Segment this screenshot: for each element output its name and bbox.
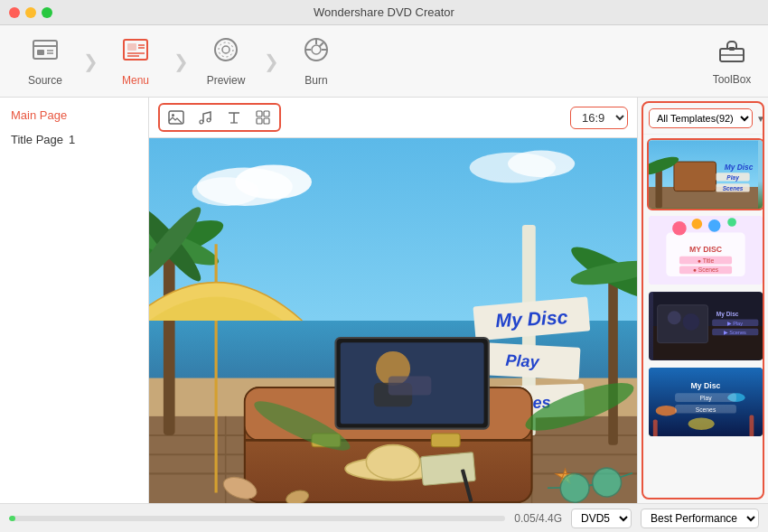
text-tool-button[interactable] bbox=[221, 107, 247, 128]
svg-point-37 bbox=[192, 177, 259, 206]
svg-point-124 bbox=[688, 417, 715, 430]
svg-text:Scenes: Scenes bbox=[723, 185, 744, 191]
aspect-ratio-select[interactable]: 16:9 4:3 bbox=[570, 107, 628, 129]
svg-point-13 bbox=[219, 42, 233, 57]
source-label: Source bbox=[28, 74, 62, 87]
svg-point-114 bbox=[668, 311, 681, 324]
svg-point-103 bbox=[691, 219, 702, 229]
svg-text:▶ Play: ▶ Play bbox=[727, 321, 744, 326]
burn-icon bbox=[302, 35, 331, 70]
performance-select[interactable]: Best Performance High Quality Balanced bbox=[641, 509, 759, 528]
preview-label: Preview bbox=[207, 74, 246, 87]
menu-icon bbox=[121, 35, 150, 70]
svg-text:● Title: ● Title bbox=[698, 257, 715, 264]
svg-text:Play: Play bbox=[726, 174, 739, 182]
svg-rect-2 bbox=[37, 50, 44, 55]
svg-text:My Disc: My Disc bbox=[691, 381, 721, 390]
right-panel: All Templates(92) Wedding Travel Holiday… bbox=[637, 98, 768, 503]
arrow-2: ❯ bbox=[172, 30, 190, 93]
toolbar-item-preview[interactable]: Preview bbox=[190, 30, 262, 93]
app-title: Wondershare DVD Creator bbox=[314, 5, 454, 19]
template-item-1[interactable]: My Disc Play Scenes bbox=[647, 138, 763, 210]
progress-area: 0.05/4.4G DVD5 DVD9 Best Performance Hig… bbox=[0, 503, 768, 532]
svg-rect-125 bbox=[653, 419, 658, 436]
svg-point-12 bbox=[222, 46, 229, 53]
svg-rect-0 bbox=[33, 41, 57, 59]
close-button[interactable] bbox=[9, 7, 20, 18]
left-sidebar: Main Page Title Page 1 bbox=[0, 98, 149, 503]
toolbar-item-menu[interactable]: Menu bbox=[99, 30, 172, 93]
svg-text:MY DISC: MY DISC bbox=[689, 245, 723, 254]
svg-rect-51 bbox=[164, 244, 175, 435]
svg-point-24 bbox=[172, 114, 174, 117]
toolbox-label: ToolBox bbox=[713, 73, 752, 86]
svg-text:Play: Play bbox=[505, 351, 540, 371]
svg-point-78 bbox=[366, 445, 419, 480]
progress-text: 0.05/4.4G bbox=[514, 512, 562, 525]
svg-rect-32 bbox=[257, 118, 262, 124]
title-page-label: Title Page bbox=[11, 133, 63, 146]
progress-bar-container bbox=[9, 516, 505, 521]
music-tool-button[interactable] bbox=[192, 107, 218, 128]
svg-rect-70 bbox=[431, 434, 460, 447]
svg-rect-33 bbox=[264, 118, 269, 124]
minimize-button[interactable] bbox=[25, 7, 36, 18]
menu-editing-toolbar: 16:9 4:3 bbox=[149, 98, 637, 138]
toolbox-icon bbox=[718, 36, 745, 70]
svg-line-83 bbox=[589, 485, 593, 486]
preview-canvas: My Disc Play Scenes bbox=[149, 138, 637, 503]
toolbar-item-source[interactable]: Source bbox=[9, 30, 81, 93]
template-grid: My Disc Play Scenes bbox=[643, 135, 763, 498]
source-icon bbox=[31, 35, 60, 70]
arrow-3: ❯ bbox=[262, 30, 280, 93]
main-content: Main Page Title Page 1 bbox=[0, 98, 768, 503]
center-area: 16:9 4:3 bbox=[149, 98, 637, 503]
template-item-4[interactable]: My Disc Play Scenes bbox=[647, 366, 763, 438]
svg-text:● Scenes: ● Scenes bbox=[693, 266, 719, 273]
template-item-2[interactable]: MY DISC ● Title ● Scenes bbox=[647, 214, 763, 286]
title-page-number: 1 bbox=[69, 133, 75, 146]
menu-label: Menu bbox=[122, 74, 149, 87]
svg-rect-56 bbox=[608, 273, 618, 445]
svg-point-105 bbox=[727, 218, 736, 227]
svg-point-104 bbox=[708, 219, 721, 232]
svg-rect-21 bbox=[729, 47, 735, 51]
svg-text:Scenes: Scenes bbox=[696, 406, 716, 413]
dvd-type-select[interactable]: DVD5 DVD9 bbox=[571, 509, 632, 528]
window-controls bbox=[9, 7, 52, 18]
burn-label: Burn bbox=[304, 74, 327, 87]
progress-bar-fill bbox=[9, 516, 15, 521]
svg-text:Play: Play bbox=[699, 395, 712, 402]
svg-text:My Disc: My Disc bbox=[725, 163, 754, 172]
svg-text:▶ Scenes: ▶ Scenes bbox=[724, 330, 746, 335]
preview-icon bbox=[211, 35, 240, 70]
tool-group bbox=[158, 103, 281, 132]
svg-rect-30 bbox=[257, 111, 262, 117]
svg-rect-6 bbox=[127, 43, 136, 51]
svg-point-102 bbox=[672, 221, 687, 236]
svg-point-122 bbox=[656, 406, 677, 416]
svg-point-39 bbox=[508, 151, 575, 178]
svg-rect-92 bbox=[674, 162, 716, 191]
svg-point-115 bbox=[683, 313, 700, 331]
template-dropdown-icon: ▼ bbox=[756, 114, 764, 124]
svg-text:My Disc: My Disc bbox=[716, 311, 739, 318]
template-filter-select[interactable]: All Templates(92) Wedding Travel Holiday… bbox=[649, 108, 753, 128]
image-tool-button[interactable] bbox=[164, 107, 189, 128]
svg-rect-75 bbox=[389, 376, 432, 395]
main-page-label: Main Page bbox=[0, 105, 148, 129]
arrow-1: ❯ bbox=[81, 30, 99, 93]
toolbar-item-toolbox[interactable]: ToolBox bbox=[705, 30, 759, 93]
svg-line-19 bbox=[320, 42, 323, 46]
toolbar-item-burn[interactable]: Burn bbox=[280, 30, 352, 93]
maximize-button[interactable] bbox=[42, 7, 52, 18]
title-bar: Wondershare DVD Creator bbox=[0, 0, 768, 25]
template-item-3[interactable]: My Disc ▶ Play ▶ Scenes bbox=[647, 290, 763, 362]
svg-rect-31 bbox=[264, 111, 269, 117]
main-toolbar: Source ❯ Menu ❯ Preview ❯ bbox=[0, 25, 768, 98]
title-page-item[interactable]: Title Page 1 bbox=[0, 129, 148, 150]
grid-tool-button[interactable] bbox=[250, 107, 276, 128]
template-filter-header: All Templates(92) Wedding Travel Holiday… bbox=[643, 103, 763, 135]
svg-rect-113 bbox=[658, 305, 708, 343]
template-panel-highlight: All Templates(92) Wedding Travel Holiday… bbox=[642, 101, 764, 499]
